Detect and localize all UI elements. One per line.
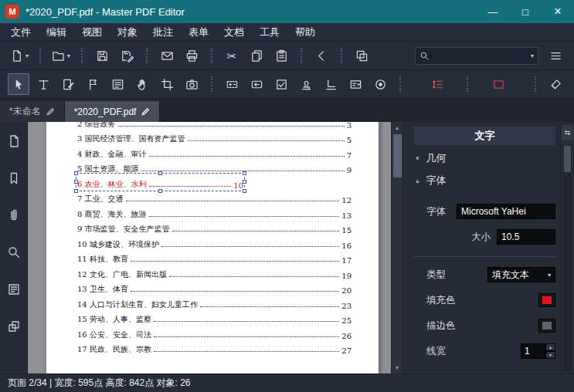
bookmarks-panel-button[interactable] [5, 170, 23, 187]
search-panel-button[interactable] [5, 244, 23, 261]
menu-edit[interactable]: 编辑 [39, 23, 74, 41]
save-button[interactable] [91, 45, 113, 66]
menu-tools[interactable]: 工具 [252, 23, 287, 41]
toc-text: 14 人口与计划生育、妇女儿童工作 [77, 299, 198, 310]
add-text-field-button[interactable] [221, 73, 243, 95]
tab-untitled[interactable]: *未命名 [0, 101, 65, 122]
select-tool-button[interactable] [8, 73, 29, 95]
open-button[interactable]: ▾ [49, 45, 73, 66]
tab-label: *未命名 [9, 105, 41, 118]
menu-forms[interactable]: 表单 [181, 23, 216, 41]
toc-text: 17 民政、民族、宗教 [77, 344, 151, 355]
scrollbar-thumb[interactable] [393, 134, 402, 177]
email-button[interactable] [156, 45, 178, 66]
thumbnails-panel-button[interactable] [5, 133, 23, 150]
save-as-button[interactable] [116, 45, 138, 66]
toc-row: 16 公安、安全、司法26 [77, 325, 352, 340]
stamp-tool-button[interactable] [295, 73, 317, 95]
envelope-icon [161, 49, 174, 63]
menu-file[interactable]: 文件 [3, 23, 39, 41]
eraser-tool-button[interactable] [545, 73, 566, 95]
menu-help[interactable]: 帮助 [287, 23, 323, 41]
toc-page: 17 [341, 256, 352, 265]
panel-scrollbar-thumb[interactable] [564, 146, 571, 172]
stroke-color-swatch[interactable] [538, 319, 555, 333]
combo-field-tool-button[interactable] [345, 73, 366, 95]
selection-handle[interactable] [74, 189, 78, 193]
forms-tool-button[interactable] [107, 73, 128, 95]
toc-page: 23 [341, 302, 352, 310]
eraser-icon [549, 78, 562, 91]
text-frame-tool-button[interactable] [487, 73, 509, 95]
form-fields-panel-button[interactable] [5, 281, 23, 298]
radio-button-tool-button[interactable] [369, 73, 391, 95]
close-button[interactable]: × [542, 0, 574, 23]
print-button[interactable] [181, 45, 202, 66]
tools-toolbar [0, 70, 574, 99]
panel-divider [414, 256, 555, 257]
panel-scrollbar[interactable] [563, 144, 572, 372]
search-input[interactable] [433, 50, 525, 61]
menu-view[interactable]: 视图 [74, 23, 110, 41]
minimize-button[interactable]: — [477, 0, 509, 23]
status-bar: 页面 2/34 | 宽度: 595点 高度: 842点 对象: 26 [0, 373, 574, 392]
radio-button-icon [374, 78, 387, 91]
selected-text-object[interactable]: 6 农业、林业、水利10 [77, 174, 243, 190]
main-toolbar: ▾ ▾ ✂ [0, 42, 574, 70]
selection-handle[interactable] [158, 171, 162, 175]
selection-handle[interactable] [158, 189, 162, 193]
line-width-input[interactable] [521, 343, 545, 359]
section-geometry[interactable]: ▾ 几何 [414, 149, 555, 167]
snapshot-button[interactable] [351, 45, 372, 66]
copy-button[interactable] [246, 45, 267, 66]
scroll-down-arrow[interactable]: ▼ [392, 362, 402, 373]
pdf-vertical-scrollbar[interactable]: ▲ ▼ [391, 122, 402, 373]
line-spacing-tool-button[interactable] [426, 73, 448, 95]
selection-handle[interactable] [243, 171, 246, 175]
type-select[interactable]: 填充文本 ▾ [487, 267, 555, 282]
new-document-button[interactable]: ▾ [8, 45, 31, 66]
edit-text-tool-button[interactable] [32, 73, 54, 95]
menu-document[interactable]: 文档 [216, 23, 252, 41]
paste-button[interactable] [270, 45, 292, 66]
screenshot-tool-button[interactable] [181, 73, 202, 95]
toc-row: 7 工业、交通12 [77, 190, 352, 205]
window-controls: — □ × [477, 0, 574, 23]
section-font[interactable]: ▴ 字体 [414, 171, 555, 190]
toc-leader [126, 201, 340, 201]
spinner-up-icon[interactable]: ▲ [545, 343, 555, 351]
back-button[interactable] [311, 45, 332, 66]
panel-collapse-button[interactable]: ⇆ [562, 125, 573, 140]
baseline-tool-button[interactable] [320, 73, 341, 95]
text-cursor-icon [37, 78, 50, 91]
fill-color-swatch[interactable] [538, 293, 555, 307]
layers-panel-button[interactable] [5, 318, 23, 335]
attachments-panel-button[interactable] [5, 207, 23, 224]
hand-tool-button[interactable] [131, 73, 153, 95]
save-as-icon [121, 49, 134, 63]
selection-handle[interactable] [243, 180, 246, 184]
toolbar-menu-button[interactable] [545, 45, 566, 66]
menu-annotate[interactable]: 批注 [145, 23, 181, 41]
spinner-down-icon[interactable]: ▼ [545, 351, 555, 359]
crop-tool-button[interactable] [156, 73, 178, 95]
font-size-input[interactable] [497, 229, 555, 245]
selection-handle[interactable] [74, 180, 78, 184]
scroll-up-arrow[interactable]: ▲ [392, 122, 402, 133]
cut-button[interactable]: ✂ [221, 45, 243, 66]
checkbox-tool-button[interactable] [270, 73, 292, 95]
menu-object[interactable]: 对象 [110, 23, 145, 41]
backspace-tool-button[interactable] [246, 73, 267, 95]
edit-document-tool-button[interactable] [57, 73, 79, 95]
toc-row: 4 财政、金融、审计7 [77, 144, 352, 160]
backspace-icon [250, 78, 263, 91]
toolbar-separator [39, 48, 41, 63]
tab-2020-pdf[interactable]: *2020_PDF.pdf [65, 101, 161, 122]
flag-tool-button[interactable] [82, 73, 104, 95]
maximize-button[interactable]: □ [509, 0, 542, 23]
selection-handle[interactable] [74, 171, 78, 175]
toc-leader [149, 216, 340, 217]
font-name-input[interactable] [457, 204, 555, 219]
search-dropdown-caret-icon[interactable]: ▾ [531, 52, 534, 59]
selection-handle[interactable] [243, 189, 246, 193]
